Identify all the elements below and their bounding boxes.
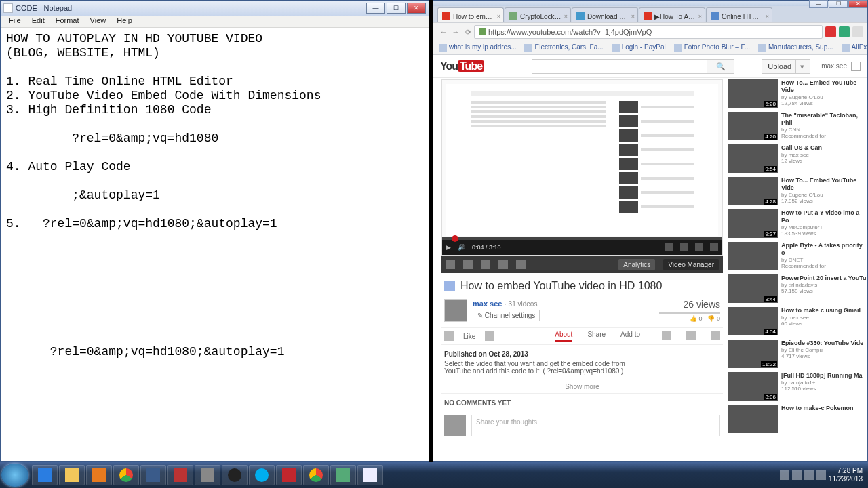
forward-button[interactable]: → xyxy=(450,28,462,36)
audio-icon[interactable] xyxy=(481,260,490,269)
volume-icon[interactable]: 🔊 xyxy=(458,244,465,251)
suggested-video[interactable]: 8:44PowerPoint 20 insert a YouTuby drlin… xyxy=(728,274,867,303)
menu-format[interactable]: Format xyxy=(50,16,85,27)
transcript-icon[interactable] xyxy=(662,331,671,340)
tray-icon[interactable] xyxy=(804,470,814,480)
taskbar-chrome[interactable] xyxy=(113,465,139,485)
taskbar-ie[interactable] xyxy=(32,465,58,485)
browser-tab[interactable]: Download Torren× xyxy=(572,7,638,22)
show-more-button[interactable]: Show more xyxy=(441,380,723,394)
bookmark[interactable]: AliExpress.com - On... xyxy=(842,43,867,52)
notepad-textarea[interactable]: HOW TO AUTOPLAY IN HD YOUTUBE VIDEO (BLO… xyxy=(1,28,429,461)
taskbar-chrome2[interactable] xyxy=(303,465,329,485)
suggested-video[interactable]: How to make-c Pokemon xyxy=(728,405,867,433)
notepad-titlebar[interactable]: CODE - Notepad — ☐ ✕ xyxy=(1,1,429,16)
bell-icon[interactable] xyxy=(851,62,861,71)
account-name[interactable]: max see xyxy=(821,62,847,70)
taskbar-app[interactable] xyxy=(330,465,356,485)
minimize-button[interactable]: — xyxy=(366,3,385,14)
suggested-video[interactable]: 6:20How To... Embed YouTube Videby Eugen… xyxy=(728,79,867,108)
menu-edit[interactable]: Edit xyxy=(26,16,50,27)
menu-view[interactable]: View xyxy=(85,16,112,27)
watch-later-icon[interactable] xyxy=(665,243,673,251)
video-manager-button[interactable]: Video Manager xyxy=(663,259,719,270)
suggested-video[interactable]: 11:22Episode #330: YouTube Videby Eli th… xyxy=(728,340,867,368)
flag-icon[interactable] xyxy=(711,331,720,340)
enhance-icon[interactable] xyxy=(446,260,455,269)
chrome-menu-icon[interactable] xyxy=(852,26,863,37)
stats-icon[interactable] xyxy=(686,331,696,340)
browser-tab[interactable]: Online HTML Edi× xyxy=(706,7,772,22)
tab-close-icon[interactable]: × xyxy=(564,13,568,20)
back-button[interactable]: ← xyxy=(437,28,450,36)
suggested-video[interactable]: 4:28How To... Embed YouTube Videby Eugen… xyxy=(728,177,867,205)
close-button[interactable]: ✕ xyxy=(848,0,867,8)
search-input[interactable] xyxy=(532,59,707,74)
taskbar-adobe[interactable] xyxy=(276,465,302,485)
tab-close-icon[interactable]: × xyxy=(698,13,702,20)
theater-icon[interactable] xyxy=(695,243,703,251)
suggested-video[interactable]: 9:54Call US & Canby max see12 views xyxy=(728,144,867,173)
dislike-button[interactable] xyxy=(485,331,494,341)
minimize-button[interactable]: — xyxy=(809,0,828,8)
analytics-button[interactable]: Analytics xyxy=(618,259,655,270)
chevron-down-icon[interactable]: ▾ xyxy=(795,60,804,73)
chrome-titlebar[interactable]: — ☐ ✕ xyxy=(433,1,867,6)
extension-icon[interactable] xyxy=(839,26,850,37)
youtube-logo[interactable]: YouTube xyxy=(440,60,484,73)
bookmark[interactable]: Login - PayPal xyxy=(612,43,666,52)
channel-link[interactable]: max see xyxy=(473,300,502,308)
taskbar-app[interactable] xyxy=(195,465,220,485)
browser-tab[interactable]: CryptoLocker or V× xyxy=(505,7,571,22)
close-button[interactable]: ✕ xyxy=(407,3,426,14)
reload-button[interactable]: ⟳ xyxy=(462,28,474,37)
tab-close-icon[interactable]: × xyxy=(631,13,635,20)
wand-icon[interactable] xyxy=(463,260,473,269)
bookmark[interactable]: what is my ip addres... xyxy=(439,43,516,52)
bookmark[interactable]: Fotor Photo Blur – F... xyxy=(674,43,750,52)
menu-help[interactable]: Help xyxy=(111,16,138,27)
suggested-video[interactable]: 4:20The "miserable" Tacloban, Philby CNN… xyxy=(728,112,867,140)
search-button[interactable]: 🔍 xyxy=(707,59,734,74)
suggested-video[interactable]: Apple Byte - A takes priority oby CNETRe… xyxy=(728,242,867,270)
suggested-video[interactable]: 8:06[Full HD 1080p] Running Maby namjatt… xyxy=(728,372,867,401)
taskbar-app[interactable] xyxy=(167,465,193,485)
bookmark[interactable]: Manufacturers, Sup... xyxy=(758,43,833,52)
address-bar[interactable]: https://www.youtube.com/watch?v=1j4pdQjm… xyxy=(474,25,823,39)
suggested-video[interactable]: 4:04How to make c using Gmailby max see6… xyxy=(728,307,867,336)
like-button[interactable] xyxy=(444,331,454,341)
tab-share[interactable]: Share xyxy=(587,331,606,342)
settings-gear-icon[interactable] xyxy=(680,243,688,251)
progress-bar[interactable] xyxy=(442,237,722,240)
tray-icon[interactable] xyxy=(792,470,802,480)
channel-settings-button[interactable]: ✎ Channel settings xyxy=(473,310,540,321)
taskbar-media[interactable] xyxy=(86,465,112,485)
maximize-button[interactable]: ☐ xyxy=(387,3,406,14)
taskbar-skype[interactable] xyxy=(249,465,275,485)
captions-icon[interactable] xyxy=(516,260,526,269)
taskbar-explorer[interactable] xyxy=(59,465,85,485)
maximize-button[interactable]: ☐ xyxy=(829,0,848,8)
start-button[interactable] xyxy=(1,464,28,487)
upload-button[interactable]: Upload▾ xyxy=(762,59,810,74)
tab-addto[interactable]: Add to xyxy=(620,331,640,342)
browser-tab[interactable]: How to embed Yo× xyxy=(437,7,504,22)
channel-avatar[interactable] xyxy=(444,299,467,322)
progress-scrubber[interactable] xyxy=(452,235,458,242)
play-icon[interactable]: ▶ xyxy=(446,244,451,251)
tray-icon[interactable] xyxy=(780,470,789,480)
suggested-video[interactable]: 9:37How to Put a Y video into a Poby MsC… xyxy=(728,209,867,238)
comment-input[interactable]: Share your thoughts xyxy=(471,415,720,436)
browser-tab[interactable]: ▶How To Autopl× xyxy=(639,7,705,22)
video-player[interactable]: ▶ 🔊 0:04 / 3:10 xyxy=(441,79,723,256)
fullscreen-icon[interactable] xyxy=(710,243,718,251)
taskbar-steam[interactable] xyxy=(222,465,248,485)
menu-file[interactable]: File xyxy=(3,16,26,27)
taskbar-app[interactable] xyxy=(140,465,166,485)
tray-icon[interactable] xyxy=(816,470,826,480)
extension-icon[interactable] xyxy=(825,26,836,37)
annotations-icon[interactable] xyxy=(498,260,508,269)
tab-close-icon[interactable]: × xyxy=(766,13,769,20)
clock[interactable]: 7:28 PM11/23/2013 xyxy=(829,467,863,483)
bookmark[interactable]: Electronics, Cars, Fa... xyxy=(524,43,603,52)
